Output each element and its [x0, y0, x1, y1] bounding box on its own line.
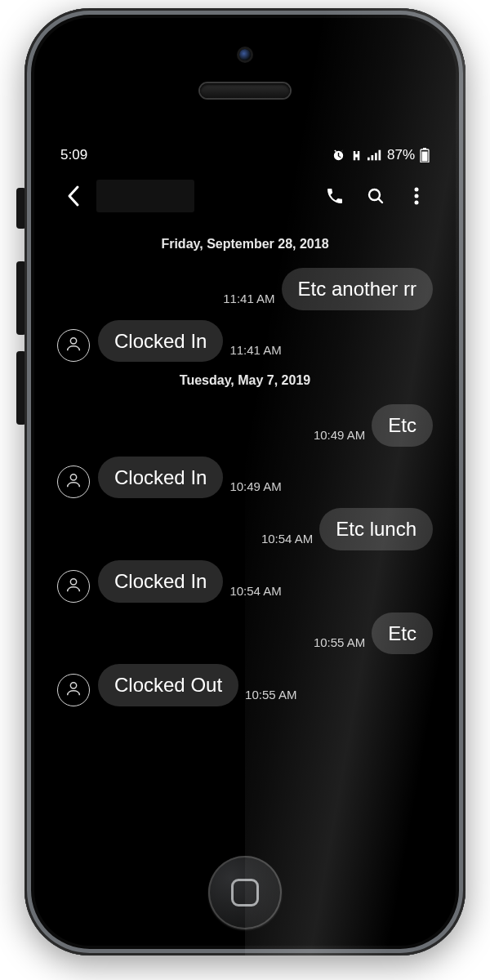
svg-rect-0 [368, 158, 370, 161]
battery-percent: 87% [387, 147, 415, 163]
message-timestamp: 10:55 AM [245, 688, 296, 702]
search-button[interactable] [358, 178, 394, 214]
signal-icon [368, 149, 382, 161]
status-right: 87% [332, 147, 430, 163]
outgoing-message-row: Etc lunch10:54 AM [57, 508, 433, 550]
outgoing-message-row: Etc10:55 AM [57, 612, 433, 655]
more-button[interactable] [399, 178, 434, 214]
svg-point-15 [70, 682, 76, 688]
svg-point-9 [415, 188, 419, 192]
date-header: Friday, September 28, 2018 [57, 237, 433, 252]
incoming-message-row: Clocked In11:41 AM [57, 320, 433, 363]
message-bubble[interactable]: Etc [372, 404, 433, 447]
chevron-left-icon [66, 185, 81, 207]
earpiece-speaker [200, 83, 290, 98]
person-icon [65, 471, 82, 492]
svg-rect-1 [371, 155, 373, 160]
battery-icon [420, 148, 430, 163]
phone-icon [325, 186, 345, 206]
message-timestamp: 10:49 AM [229, 479, 281, 493]
front-camera [239, 49, 251, 60]
message-bubble[interactable]: Clocked In [98, 560, 223, 603]
svg-point-14 [70, 578, 76, 584]
incoming-message-row: Clocked In10:49 AM [57, 457, 433, 499]
phone-frame: 5:09 87% [24, 8, 466, 956]
message-timestamp: 11:41 AM [229, 343, 281, 357]
person-icon [65, 576, 82, 597]
message-bubble[interactable]: Clocked In [98, 457, 223, 499]
svg-point-12 [70, 338, 76, 344]
message-bubble[interactable]: Etc another rr [282, 268, 433, 310]
svg-rect-6 [422, 152, 428, 162]
message-timestamp: 11:41 AM [223, 292, 274, 305]
svg-line-8 [378, 198, 382, 203]
conversation-header [49, 172, 441, 220]
home-button[interactable] [208, 856, 282, 929]
back-button[interactable] [56, 178, 91, 214]
message-bubble[interactable]: Etc lunch [319, 508, 433, 550]
screen: 5:09 87% [49, 139, 441, 833]
message-timestamp: 10:54 AM [229, 584, 281, 598]
outgoing-message-row: Etc another rr11:41 AM [57, 268, 433, 310]
call-button[interactable] [317, 178, 353, 214]
avatar[interactable] [57, 329, 90, 362]
avatar[interactable] [57, 570, 90, 603]
message-timestamp: 10:55 AM [314, 635, 365, 649]
message-bubble[interactable]: Clocked In [98, 320, 223, 363]
search-icon [366, 186, 385, 206]
message-timestamp: 10:49 AM [314, 428, 365, 442]
incoming-message-row: Clocked Out10:55 AM [57, 664, 433, 706]
alarm-icon [332, 149, 345, 163]
status-time: 5:09 [60, 147, 87, 163]
outgoing-message-row: Etc10:49 AM [57, 404, 433, 447]
svg-rect-2 [375, 153, 377, 160]
conversation-list[interactable]: Friday, September 28, 2018Etc another rr… [49, 220, 441, 724]
svg-point-10 [415, 194, 419, 198]
avatar[interactable] [57, 674, 90, 706]
message-bubble[interactable]: Clocked Out [98, 664, 238, 706]
message-timestamp: 10:54 AM [261, 532, 313, 546]
svg-point-11 [415, 201, 419, 205]
svg-point-13 [70, 474, 76, 480]
incoming-message-row: Clocked In10:54 AM [57, 560, 433, 603]
avatar[interactable] [57, 466, 90, 498]
svg-rect-3 [378, 150, 381, 161]
more-vertical-icon [414, 187, 419, 205]
status-bar: 5:09 87% [49, 139, 441, 172]
contact-name-redacted[interactable] [96, 180, 194, 212]
date-header: Tuesday, May 7, 2019 [57, 373, 433, 388]
person-icon [65, 335, 82, 356]
network-type-icon [350, 149, 363, 162]
person-icon [65, 679, 82, 701]
home-button-icon [231, 879, 259, 906]
message-bubble[interactable]: Etc [372, 612, 433, 655]
